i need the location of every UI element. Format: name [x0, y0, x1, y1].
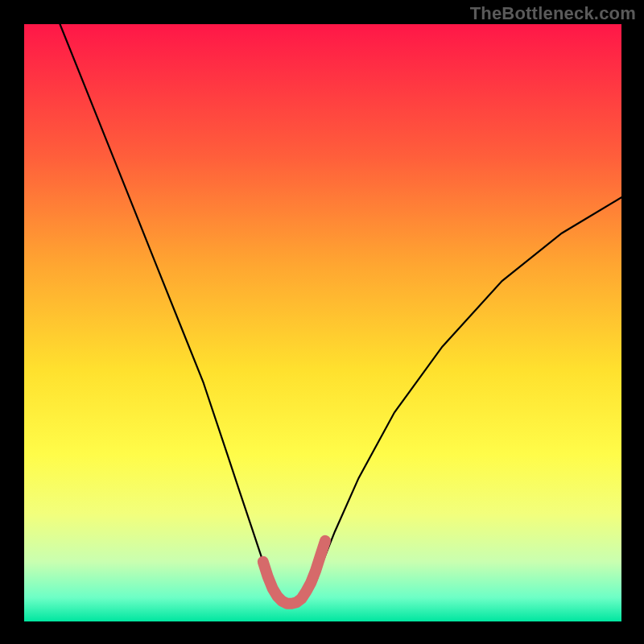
plot-area: [24, 24, 621, 621]
optimal-region-highlight: [263, 541, 325, 604]
chart-frame: TheBottleneck.com: [0, 0, 644, 644]
bottleneck-curve: [60, 24, 622, 604]
watermark-text: TheBottleneck.com: [470, 3, 636, 24]
curve-svg: [24, 24, 621, 621]
